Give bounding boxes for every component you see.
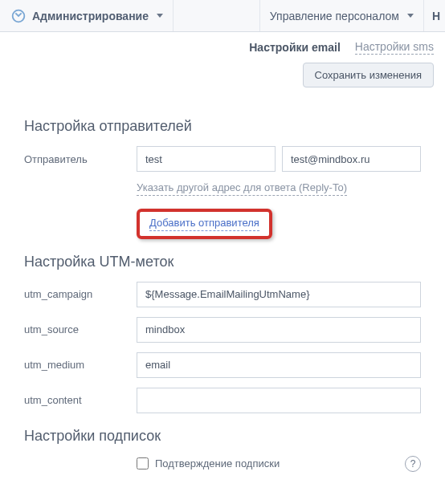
add-sender-link[interactable]: Добавить отправителя (149, 217, 259, 231)
confirm-subscription-label: Подтверждение подписки (155, 457, 280, 469)
confirm-subscription-checkbox[interactable] (137, 457, 149, 469)
save-row: Сохранить изменения (0, 59, 445, 100)
topbar-right: Управление персоналом Н (259, 0, 445, 31)
subscriptions-heading: Настройки подписок (24, 428, 421, 445)
sender-email-input[interactable] (282, 146, 421, 172)
admin-label: Администрирование (32, 10, 149, 22)
hr-label: Управление персоналом (270, 10, 399, 22)
sender-label: Отправитель (24, 153, 137, 165)
reply-to-link[interactable]: Указать другой адрес для ответа (Reply-T… (137, 181, 347, 196)
tab-email-settings[interactable]: Настройки email (249, 41, 341, 54)
truncated-label: Н (432, 10, 440, 22)
utm-source-input[interactable] (137, 317, 421, 343)
utm-source-row: utm_source (24, 317, 421, 343)
utm-content-row: utm_content (24, 388, 421, 413)
subscription-confirm-row: Подтверждение подписки ? (24, 456, 421, 472)
chevron-down-icon (407, 14, 414, 18)
utm-campaign-input[interactable] (137, 282, 421, 307)
tab-sms-settings[interactable]: Настройки sms (355, 40, 434, 55)
help-icon[interactable]: ? (405, 456, 421, 472)
senders-heading: Настройка отправителей (24, 118, 421, 135)
utm-heading: Настройка UTM-меток (24, 254, 421, 270)
add-sender-highlight: Добавить отправителя (137, 209, 272, 239)
utm-source-label: utm_source (24, 323, 137, 335)
settings-tabs: Настройки email Настройки sms (0, 32, 445, 59)
reply-to-row: Указать другой адрес для ответа (Reply-T… (24, 181, 421, 196)
logo-icon (10, 7, 27, 25)
utm-medium-input[interactable] (137, 352, 421, 378)
admin-menu[interactable]: Администрирование (0, 0, 174, 31)
content: Настройка отправителей Отправитель Указа… (0, 100, 445, 498)
utm-medium-row: utm_medium (24, 352, 421, 378)
utm-medium-label: utm_medium (24, 359, 137, 371)
truncated-menu[interactable]: Н (423, 0, 445, 31)
utm-campaign-label: utm_campaign (24, 288, 137, 300)
sender-row: Отправитель (24, 146, 421, 172)
utm-content-input[interactable] (137, 388, 421, 413)
save-button[interactable]: Сохранить изменения (303, 63, 435, 87)
add-sender-row: Добавить отправителя (24, 205, 421, 239)
hr-menu[interactable]: Управление персоналом (259, 0, 423, 31)
top-bar: Администрирование Управление персоналом … (0, 0, 445, 32)
sender-name-input[interactable] (137, 146, 276, 172)
utm-campaign-row: utm_campaign (24, 282, 421, 307)
topbar-left: Администрирование (0, 0, 174, 31)
chevron-down-icon (157, 14, 163, 18)
utm-content-label: utm_content (24, 394, 137, 406)
